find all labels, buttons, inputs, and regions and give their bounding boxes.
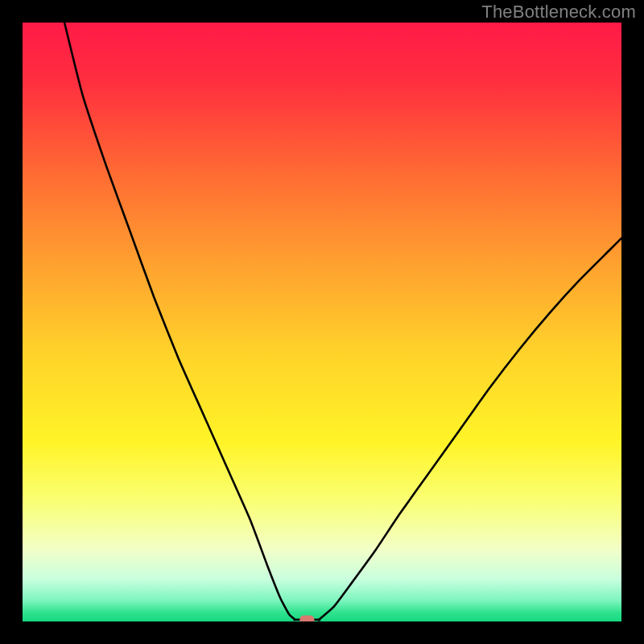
chart-frame: TheBottleneck.com [0,0,644,644]
optimal-point-marker [299,616,314,622]
plot-area [23,23,621,621]
gradient-background [23,23,621,621]
chart-svg [23,23,621,621]
watermark-text: TheBottleneck.com [481,2,636,23]
